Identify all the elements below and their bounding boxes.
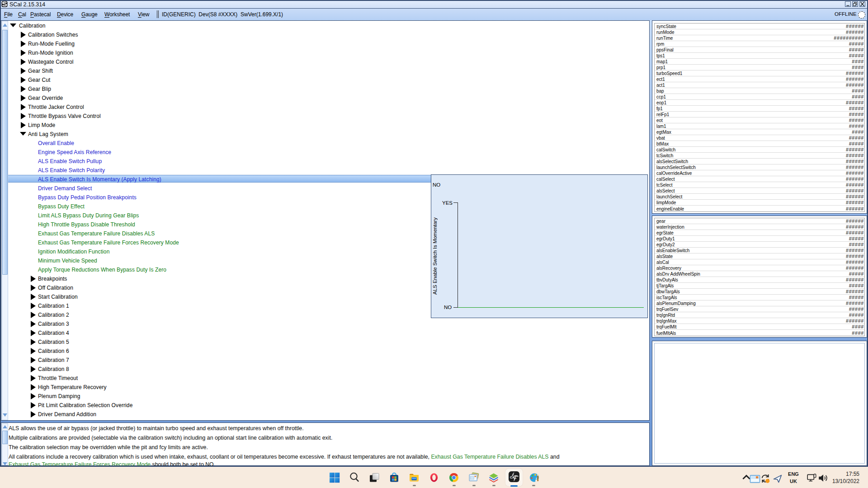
svg-text:CAL: CAL: [510, 476, 517, 479]
